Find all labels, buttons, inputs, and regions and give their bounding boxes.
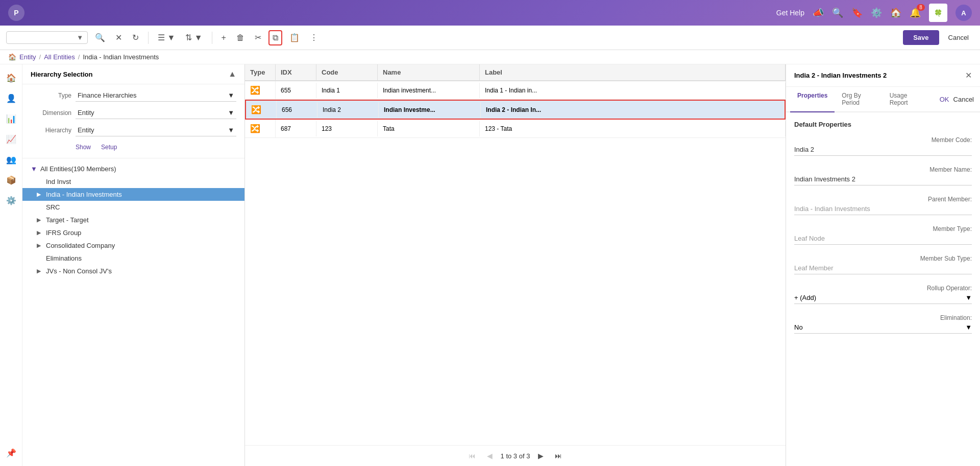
setup-link[interactable]: Setup [101, 144, 117, 151]
tree-root-item[interactable]: ▼ All Entities(190 Members) [22, 162, 244, 175]
member-code-field: Member Code: India 2 [794, 136, 972, 156]
nav-report-icon[interactable]: 📈 [2, 130, 20, 148]
dropdown-arrow-icon: ▼ [77, 34, 83, 41]
hierarchy-header: Hierarchy Selection ▲ [22, 64, 244, 84]
nav-data-icon[interactable]: 📦 [2, 171, 20, 189]
search-icon[interactable]: 🔍 [832, 7, 843, 18]
last-page-button[interactable]: ⏭ [552, 451, 565, 461]
sort-toolbar-button[interactable]: ⇅ ▼ [182, 31, 205, 44]
grid-header: Type IDX Code Name Label [245, 64, 786, 81]
breadcrumb-all-entities[interactable]: All Entities [44, 53, 75, 61]
elimination-field: Elimination: No ▼ [794, 314, 972, 334]
tree-item-src[interactable]: SRC [22, 201, 244, 214]
top-navigation: P Get Help 📣 🔍 🔖 ⚙️ 🏠 🔔 8 🍀 A [0, 0, 980, 26]
nav-chart-icon[interactable]: 📊 [2, 109, 20, 128]
next-page-button[interactable]: ▶ [535, 451, 547, 461]
show-link[interactable]: Show [76, 144, 91, 151]
entity-icon-3: 🔀 [250, 124, 260, 133]
grid-row-3[interactable]: 🔀 687 123 Tata 123 - Tata [245, 120, 786, 138]
parent-member-value: India - Indian Investments [794, 205, 972, 215]
tree-item-target[interactable]: ▶ Target - Target [22, 214, 244, 226]
breadcrumb-entity[interactable]: Entity [19, 53, 36, 61]
tree-item-ind-invst[interactable]: Ind Invst [22, 175, 244, 188]
grid-panel: Type IDX Code Name Label 🔀 655 India 1 I… [245, 64, 786, 466]
save-button[interactable]: Save [903, 30, 939, 45]
tree-label-jvs: JVs - Non Consol JV's [46, 267, 112, 275]
close-toolbar-button[interactable]: ✕ [112, 31, 125, 44]
parent-member-field: Parent Member: India - Indian Investment… [794, 196, 972, 215]
tab-properties[interactable]: Properties [790, 87, 835, 112]
elimination-select[interactable]: No ▼ [794, 323, 972, 334]
announcement-icon[interactable]: 📣 [813, 7, 824, 18]
nav-entity-icon[interactable]: 👤 [2, 89, 20, 107]
tree-label-india: India - Indian Investments [46, 191, 122, 198]
entity-icon-1: 🔀 [250, 86, 260, 95]
first-page-button[interactable]: ⏮ [465, 451, 479, 461]
rollup-operator-select[interactable]: + (Add) ▼ [794, 294, 972, 304]
add-toolbar-button[interactable]: + [218, 31, 229, 44]
tree-item-consolidated[interactable]: ▶ Consolidated Company [22, 239, 244, 252]
elimination-value: No [794, 323, 803, 331]
properties-tabs: Properties Org By Period Usage Report [786, 87, 934, 111]
tree-item-jvs[interactable]: ▶ JVs - Non Consol JV's [22, 265, 244, 277]
type-label: Type [31, 92, 71, 99]
cell-name-3: Tata [378, 121, 480, 136]
tab-usage-report[interactable]: Usage Report [883, 87, 929, 112]
nav-left: P [8, 5, 24, 21]
bookmark-icon[interactable]: 🔖 [851, 7, 863, 18]
dimension-select[interactable]: Entity ▼ [76, 107, 236, 119]
cut-toolbar-button[interactable]: ✂ [252, 31, 264, 44]
member-code-value[interactable]: India 2 [794, 146, 972, 156]
paste-toolbar-button[interactable]: 📋 [286, 31, 303, 44]
nav-settings-icon[interactable]: ⚙️ [2, 191, 20, 209]
prev-page-button[interactable]: ◀ [484, 451, 496, 461]
refresh-toolbar-button[interactable]: ↻ [129, 31, 142, 44]
get-help-button[interactable]: Get Help [776, 9, 804, 17]
dimension-label: Dimension [31, 109, 71, 116]
cell-label-2: India 2 - Indian In... [481, 102, 785, 118]
properties-close-button[interactable]: ✕ [965, 71, 972, 80]
tree-label-target: Target - Target [46, 216, 89, 224]
notifications[interactable]: 🔔 8 [910, 7, 921, 18]
notification-count: 8 [917, 4, 925, 11]
tree-item-ifrs[interactable]: ▶ IFRS Group [22, 226, 244, 239]
home-breadcrumb-icon[interactable]: 🏠 [8, 53, 16, 61]
rollup-operator-field: Rollup Operator: + (Add) ▼ [794, 285, 972, 304]
more-toolbar-button[interactable]: ⋮ [307, 31, 321, 44]
ok-button[interactable]: OK [940, 96, 949, 103]
nav-person-icon[interactable]: 👥 [2, 150, 20, 169]
tree-item-eliminations[interactable]: Eliminations [22, 252, 244, 265]
entity-dropdown[interactable]: ▼ [6, 31, 88, 44]
delete-toolbar-button[interactable]: 🗑 [233, 31, 248, 44]
cancel-button[interactable]: Cancel [943, 30, 974, 45]
dimension-row: Dimension Entity ▼ [31, 107, 236, 119]
settings-icon[interactable]: ⚙️ [871, 7, 882, 18]
tree-toggle-ifrs: ▶ [37, 229, 43, 236]
tree-item-india-indian-investments[interactable]: ▶ India - Indian Investments [22, 188, 244, 201]
grid-row-selected[interactable]: 🔀 656 India 2 Indian Investme... India 2… [245, 100, 786, 120]
cell-name-2: Indian Investme... [379, 102, 481, 118]
nav-pin-icon[interactable]: 📌 [2, 444, 20, 462]
type-select[interactable]: Finance Hierarchies ▼ [76, 89, 236, 102]
toolbar: ▼ 🔍 ✕ ↻ ☰ ▼ ⇅ ▼ + 🗑 ✂ ⧉ 📋 ⋮ Save Cancel [0, 26, 980, 50]
properties-title: India 2 - Indian Investments 2 [794, 72, 887, 79]
hierarchy-dropdown-icon: ▼ [228, 126, 234, 134]
avatar[interactable]: A [955, 5, 972, 21]
home-icon[interactable]: 🏠 [890, 7, 901, 18]
cancel-prop-button[interactable]: Cancel [953, 96, 974, 103]
nav-home-icon[interactable]: 🏠 [2, 68, 20, 87]
search-toolbar-button[interactable]: 🔍 [92, 31, 108, 44]
hierarchy-collapse-button[interactable]: ▲ [228, 69, 236, 79]
member-name-value[interactable]: Indian Investments 2 [794, 175, 972, 185]
list-toolbar-button[interactable]: ☰ ▼ [155, 31, 178, 44]
tree-container: ▼ All Entities(190 Members) Ind Invst ▶ … [22, 158, 244, 466]
hierarchy-select[interactable]: Entity ▼ [76, 124, 236, 136]
cell-name-1: Indian investment... [378, 83, 480, 98]
show-setup-row: Show Setup [76, 142, 236, 153]
type-row: Type Finance Hierarchies ▼ [31, 89, 236, 102]
hierarchy-value: Entity [78, 126, 94, 134]
copy-toolbar-button[interactable]: ⧉ [268, 30, 282, 45]
grid-row[interactable]: 🔀 655 India 1 Indian investment... India… [245, 81, 786, 100]
tab-org-by-period[interactable]: Org By Period [835, 87, 882, 112]
grid-pagination: ⏮ ◀ 1 to 3 of 3 ▶ ⏭ [245, 445, 786, 466]
